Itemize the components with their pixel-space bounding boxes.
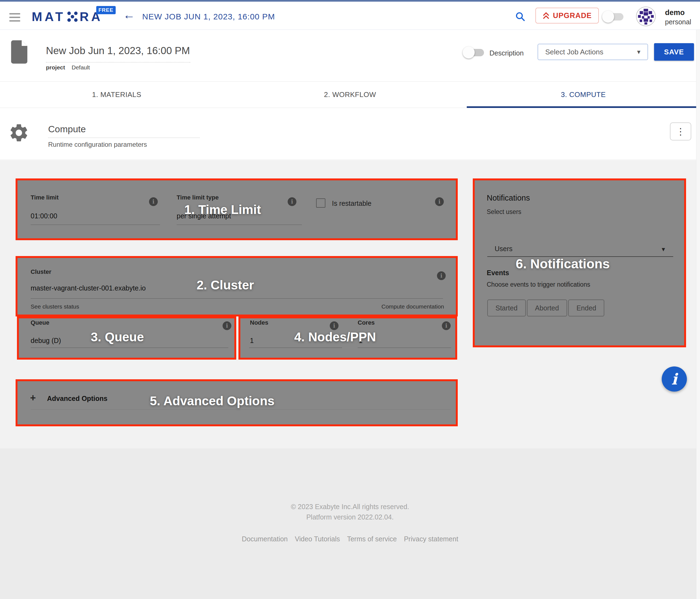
job-header: New Job Jun 1, 2023, 16:00 PM project De… — [0, 30, 700, 82]
file-icon — [10, 40, 27, 65]
annotation-label-1: 1. Time Limit — [184, 202, 261, 217]
tab-compute[interactable]: 3. COMPUTE — [467, 82, 700, 108]
hamburger-menu-icon[interactable] — [9, 13, 20, 22]
navbar-job-title: NEW JOB JUN 1, 2023, 16:00 PM — [142, 12, 275, 21]
annotation-label-2: 2. Cluster — [197, 278, 254, 292]
job-actions-dropdown[interactable]: Select Job Actions ▾ — [538, 44, 648, 60]
compute-title: Compute — [48, 124, 86, 134]
navbar: MAT RA FREE ← NEW JOB JUN 1, 2023, 16:00… — [0, 2, 700, 30]
page-title: New Job Jun 1, 2023, 16:00 PM — [46, 45, 190, 57]
footer-copyright: © 2023 Exabyte Inc.All rights reserved. — [0, 503, 700, 511]
info-fab[interactable]: i — [662, 366, 687, 392]
footer-version: Platform version 2022.02.04. — [0, 513, 700, 521]
caret-down-icon: ▾ — [637, 48, 641, 56]
gear-icon — [8, 122, 29, 145]
footer-background — [0, 448, 700, 599]
upgrade-button[interactable]: UPGRADE — [535, 8, 599, 24]
footer-link-terms[interactable]: Terms of service — [347, 535, 397, 543]
description-label: Description — [490, 49, 524, 57]
compute-section-header: Compute Runtime configuration parameters… — [0, 108, 700, 160]
compute-subtitle: Runtime configuration parameters — [48, 141, 147, 148]
title-dotted-rule — [46, 62, 190, 62]
footer-links: Documentation Video Tutorials Terms of s… — [0, 535, 700, 543]
free-plan-badge: FREE — [96, 6, 116, 14]
footer-link-privacy[interactable]: Privacy statement — [404, 535, 458, 543]
save-button[interactable]: SAVE — [654, 43, 694, 61]
upgrade-label: UPGRADE — [553, 11, 592, 20]
tab-workflow[interactable]: 2. WORKFLOW — [233, 82, 467, 108]
user-name[interactable]: demo — [665, 8, 685, 17]
footer-link-video-tutorials[interactable]: Video Tutorials — [295, 535, 340, 543]
footer-link-documentation[interactable]: Documentation — [242, 535, 288, 543]
double-chevron-up-icon — [543, 11, 550, 20]
project-value: Default — [72, 64, 90, 71]
search-icon[interactable] — [515, 11, 526, 23]
job-actions-label: Select Job Actions — [545, 48, 603, 56]
mat3ra-compute-page: { "colors": { "navy": "#1d3c8c", "link_b… — [0, 0, 700, 599]
mat3ra-logo[interactable]: MAT RA — [32, 9, 103, 24]
avatar[interactable] — [636, 6, 656, 27]
annotation-label-3: 3. Queue — [91, 330, 144, 344]
annotation-label-4: 4. Nodes/PPN — [294, 330, 376, 344]
theme-toggle-knob[interactable] — [602, 11, 614, 23]
compute-dotted-rule — [48, 137, 200, 138]
back-arrow-icon[interactable]: ← — [123, 9, 135, 21]
step-tabs: 1. MATERIALS 2. WORKFLOW 3. COMPUTE — [0, 82, 700, 108]
description-toggle-knob[interactable] — [462, 47, 475, 58]
annotation-label-6: 6. Notifications — [516, 256, 610, 271]
project-label: project — [46, 64, 65, 71]
user-role: personal — [665, 18, 691, 26]
tab-materials[interactable]: 1. MATERIALS — [0, 82, 233, 108]
logo-3-glyph-icon — [67, 11, 78, 23]
logo-text-prefix: MAT — [32, 9, 65, 24]
annotation-label-5: 5. Advanced Options — [150, 393, 275, 408]
kebab-menu-icon[interactable]: ⋮ — [670, 123, 691, 140]
